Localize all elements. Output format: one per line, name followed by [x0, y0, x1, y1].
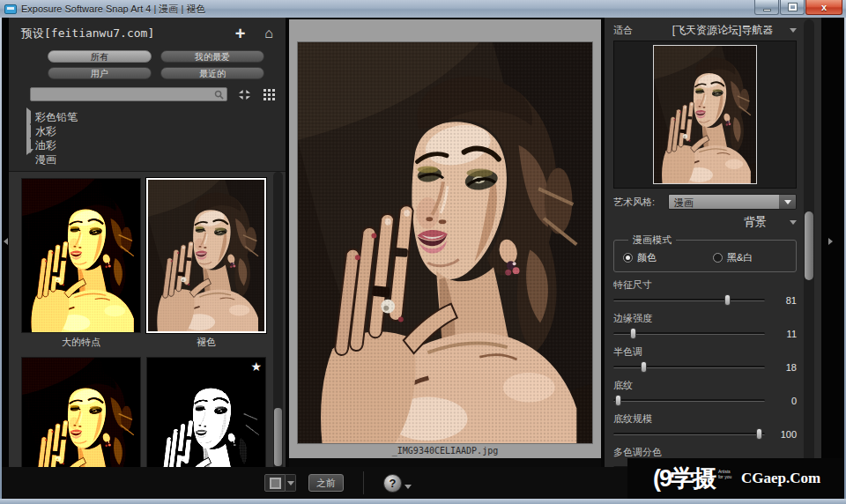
fit-label[interactable]: 适合: [613, 24, 633, 37]
tree-item-colored-pencil[interactable]: 彩色铅笔: [9, 110, 286, 124]
navigator-box: [613, 41, 797, 189]
search-icon: [214, 90, 224, 100]
search-input[interactable]: [31, 91, 211, 103]
slider-texture: 底纹 0: [613, 379, 797, 406]
filter-favorites-button[interactable]: 我的最爱: [160, 50, 264, 63]
watermark-site: CGaep.Com: [741, 470, 820, 487]
filter-all-button[interactable]: 所有: [48, 50, 152, 63]
slider-handle[interactable]: [641, 361, 647, 373]
minimize-button[interactable]: [754, 0, 779, 15]
watermark-tagline: Artists for you: [718, 469, 732, 479]
maximize-button[interactable]: [780, 0, 805, 15]
titlebar[interactable]: Exposure Software Snap Art 4 | 漫画 | 褪色 x: [0, 0, 846, 18]
radio-color[interactable]: 颜色: [623, 251, 657, 264]
art-style-label: 艺术风格:: [613, 196, 668, 209]
fit-view-icon[interactable]: [238, 89, 251, 100]
settings-panel: 适合 [飞天资源论坛]导航器 艺术风格: 漫画 背景: [601, 18, 821, 499]
preset-category-tree: 彩色铅笔 水彩 油彩 漫画: [9, 110, 286, 167]
app-window: Exposure Software Snap Art 4 | 漫画 | 褪色 x…: [0, 0, 846, 504]
slider-handle[interactable]: [630, 328, 636, 339]
slider-track[interactable]: [613, 428, 765, 440]
radio-selected-icon[interactable]: [623, 253, 633, 263]
window-border: [0, 499, 846, 504]
tree-item-comics[interactable]: 漫画: [9, 152, 286, 167]
slider-track[interactable]: [613, 294, 765, 306]
filter-user-button[interactable]: 用户: [48, 67, 152, 79]
left-collapse-strip[interactable]: [2, 18, 9, 499]
settings-scrollbar-thumb[interactable]: [805, 211, 813, 280]
preview-area: _IMG9340CELIAADP.jpg: [289, 18, 601, 499]
comic-mode-title: 漫画模式: [628, 233, 676, 247]
slider-handle[interactable]: [615, 395, 621, 406]
preset-faded[interactable]: 褪色: [146, 178, 266, 348]
tree-item-oilpaint[interactable]: 油彩: [9, 138, 286, 152]
navigator-title: [飞天资源论坛]导航器: [656, 23, 790, 38]
chevron-down-icon: [26, 149, 33, 166]
window-title: Exposure Software Snap Art 4 | 漫画 | 褪色: [21, 3, 205, 16]
collapse-left-icon[interactable]: [4, 238, 8, 245]
presets-panel: 预设[feitianwu7.com] + ⌂ 所有 我的最爱 用户 最近的: [9, 18, 289, 499]
before-button[interactable]: 之前: [308, 474, 344, 492]
slider-texture-scale: 底纹规模 100: [613, 412, 797, 440]
view-mode-dropdown[interactable]: [286, 474, 296, 492]
radio-unselected-icon[interactable]: [713, 253, 723, 263]
background-collapse-icon[interactable]: [790, 220, 797, 225]
art-style-dropdown-button[interactable]: [779, 195, 796, 209]
favorite-star-icon[interactable]: ★: [250, 359, 262, 374]
preset-thumbnail-area: 大的特点 褪色 ★: [9, 171, 286, 499]
search-box[interactable]: [30, 87, 227, 101]
collapse-right-icon[interactable]: [828, 238, 833, 245]
image-filename: _IMG9340CELIAADP.jpg: [297, 444, 593, 458]
preview-image[interactable]: [297, 41, 593, 444]
right-collapse-strip[interactable]: [821, 18, 844, 499]
slider-track[interactable]: [613, 361, 765, 373]
help-button[interactable]: ?: [383, 474, 402, 493]
slider-handle[interactable]: [756, 428, 762, 440]
slider-edge-strength: 边缘强度 11: [613, 312, 797, 339]
home-icon[interactable]: ⌂: [264, 27, 273, 40]
watermark-logo: (9学摄: [653, 463, 715, 494]
background-section-title[interactable]: 背景: [744, 214, 767, 230]
filter-recent-button[interactable]: 最近的: [160, 67, 264, 79]
radio-black-white[interactable]: 黑&白: [713, 251, 753, 264]
slider-track[interactable]: [613, 328, 765, 339]
view-mode-button[interactable]: [264, 474, 286, 492]
comic-mode-group: 漫画模式 颜色 黑&白: [613, 240, 797, 272]
art-style-select[interactable]: 漫画: [668, 194, 797, 210]
close-button[interactable]: x: [805, 0, 842, 15]
preset-big-features[interactable]: 大的特点: [21, 178, 141, 348]
tree-item-watercolor[interactable]: 水彩: [9, 124, 286, 138]
slider-handle[interactable]: [724, 294, 731, 306]
add-preset-icon[interactable]: +: [235, 27, 246, 40]
watermark: (9学摄 Artists for you CGaep.Com: [627, 458, 846, 499]
slider-track[interactable]: [613, 395, 765, 406]
slider-feature-size: 特征尺寸 81: [613, 278, 797, 306]
window-border: [0, 18, 2, 504]
presets-scrollbar-thumb[interactable]: [274, 408, 282, 466]
help-dropdown-icon[interactable]: [404, 485, 412, 489]
app-icon: [4, 4, 17, 14]
slider-halftone: 半色调 18: [613, 345, 797, 373]
presets-title: 预设[feitianwu7.com]: [21, 26, 235, 41]
navigator-thumbnail[interactable]: [653, 45, 757, 184]
single-view-icon: [270, 478, 281, 489]
grid-view-icon[interactable]: [263, 89, 275, 100]
navigator-collapse-icon[interactable]: [790, 28, 797, 33]
